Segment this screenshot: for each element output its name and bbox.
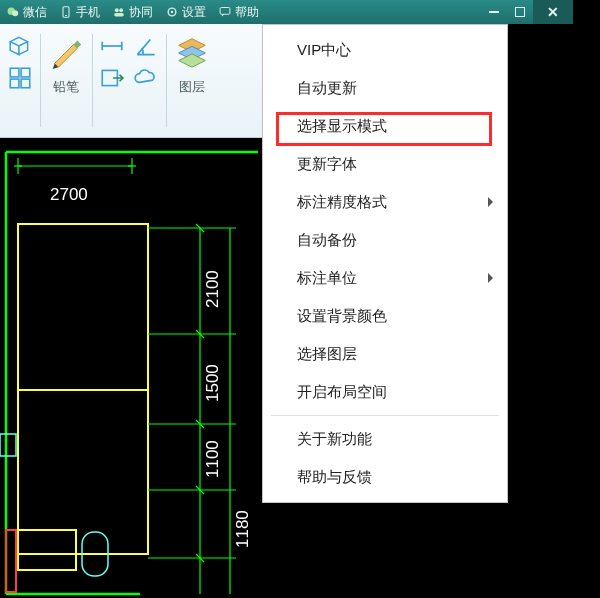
tool-layers[interactable] [172,32,212,72]
svg-rect-13 [21,79,30,88]
chevron-right-icon [488,273,493,283]
tool-group-pencil: 铅笔 [40,24,92,137]
tool-angle[interactable] [132,32,160,60]
dim-right-4: 1180 [233,510,252,548]
dd-background-color[interactable]: 设置背景颜色 [263,297,507,335]
dd-vip-center[interactable]: VIP中心 [263,31,507,69]
menu-label: 手机 [76,4,100,21]
svg-rect-10 [10,68,19,77]
menu-label: 微信 [23,4,47,21]
minimize-button[interactable] [481,0,507,24]
menu-label: 设置 [182,4,206,21]
dd-annotation-unit[interactable]: 标注单位 [263,259,507,297]
tool-label: 图层 [179,78,205,96]
svg-rect-9 [220,8,230,15]
svg-point-4 [115,8,119,12]
close-button[interactable]: ✕ [533,0,573,24]
menu-settings[interactable]: 设置 [159,0,212,24]
tool-3d-box[interactable] [6,32,34,60]
menu-mobile[interactable]: 手机 [53,0,106,24]
dd-separator [271,415,499,416]
svg-rect-25 [0,434,16,456]
chevron-right-icon [488,197,493,207]
dd-update-font[interactable]: 更新字体 [263,145,507,183]
dd-about-new[interactable]: 关于新功能 [263,420,507,458]
menu-help[interactable]: 帮助 [212,0,265,24]
svg-rect-24 [6,530,16,592]
svg-rect-11 [21,68,30,77]
empty-area-below [262,520,508,598]
svg-point-5 [119,8,123,12]
gear-icon [165,5,179,19]
title-bar: 微信 手机 协同 设置 帮助 ✕ [0,0,573,24]
menu-label: 协同 [129,4,153,21]
dd-display-mode[interactable]: 选择显示模式 [263,107,507,145]
dd-select-layer[interactable]: 选择图层 [263,335,507,373]
tool-group-measure [92,24,166,137]
empty-area-right [508,24,600,598]
dd-auto-backup[interactable]: 自动备份 [263,221,507,259]
tool-dimension[interactable] [98,32,126,60]
menu-wechat[interactable]: 微信 [0,0,53,24]
menu-collab[interactable]: 协同 [106,0,159,24]
svg-point-1 [12,10,18,16]
ribbon-toolbar: 铅笔 图层 [0,24,262,138]
menu-label: 帮助 [235,4,259,21]
dim-right-3: 1100 [203,440,222,478]
svg-point-8 [171,11,173,13]
dd-help-feedback[interactable]: 帮助与反馈 [263,458,507,496]
dd-layout-space[interactable]: 开启布局空间 [263,373,507,411]
tool-cloud[interactable] [132,64,160,92]
tool-label: 铅笔 [53,78,79,96]
svg-rect-22 [18,530,76,570]
mobile-icon [59,5,73,19]
collab-icon [112,5,126,19]
svg-rect-12 [10,79,19,88]
tool-group-shapes [0,24,40,137]
svg-rect-3 [65,15,67,16]
dim-top: 2700 [50,185,88,204]
help-icon [218,5,232,19]
wechat-icon [6,5,20,19]
tool-export[interactable] [98,64,126,92]
cad-viewport[interactable]: 2700 2100 1500 1100 1180 [0,138,262,598]
settings-dropdown: VIP中心 自动更新 选择显示模式 更新字体 标注精度格式 自动备份 标注单位 … [262,24,508,503]
svg-rect-6 [114,13,124,17]
dim-right-1: 2100 [203,270,222,308]
tool-grid4[interactable] [6,64,34,92]
dd-auto-update[interactable]: 自动更新 [263,69,507,107]
maximize-button[interactable] [507,0,533,24]
dd-annotation-precision[interactable]: 标注精度格式 [263,183,507,221]
tool-group-layers: 图层 [166,24,218,137]
dim-right-2: 1500 [203,364,222,402]
tool-pencil[interactable] [46,32,86,72]
